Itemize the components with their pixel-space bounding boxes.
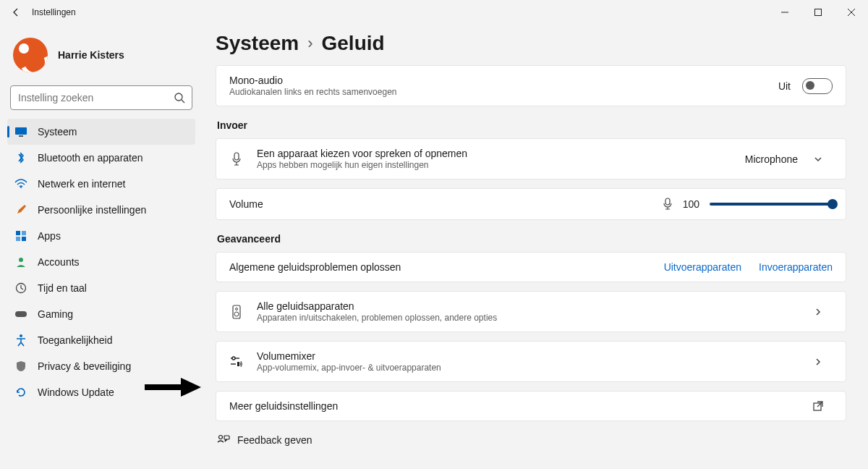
- nav-label: Tijd en taal: [38, 282, 87, 294]
- input-device-card[interactable]: Een apparaat kiezen voor spreken of opne…: [216, 138, 846, 179]
- nav-label: Persoonlijke instellingen: [38, 204, 146, 216]
- shield-icon: [14, 360, 27, 373]
- svg-rect-7: [16, 231, 20, 235]
- card-title: Volumemixer: [257, 350, 804, 362]
- nav-label: Apps: [38, 230, 61, 242]
- svg-point-24: [219, 436, 223, 439]
- svg-point-19: [234, 312, 239, 316]
- svg-point-14: [20, 334, 22, 337]
- external-link-icon: [804, 400, 833, 412]
- output-devices-link[interactable]: Uitvoerapparaten: [664, 261, 741, 273]
- grid-icon: [14, 229, 27, 242]
- gamepad-icon: [14, 308, 27, 321]
- speaker-icon: [229, 305, 244, 319]
- titlebar: Instellingen: [0, 0, 868, 25]
- profile-block[interactable]: Harrie Kisters: [7, 33, 195, 85]
- chevron-right-icon: [804, 357, 833, 367]
- card-subtitle: Apparaten in/uitschakelen, problemen opl…: [257, 313, 804, 323]
- page-title: Geluid: [322, 32, 385, 55]
- svg-rect-13: [15, 311, 27, 317]
- window-title: Instellingen: [32, 7, 76, 17]
- mixer-icon: [229, 355, 244, 368]
- sidebar: Harrie Kisters Systeem Bluetooth en appa…: [0, 25, 203, 469]
- breadcrumb: Systeem › Geluid: [216, 32, 846, 55]
- nav-bluetooth[interactable]: Bluetooth en apparaten: [7, 145, 195, 171]
- nav-label: Gaming: [38, 308, 73, 320]
- person-icon: [14, 334, 27, 347]
- svg-point-21: [232, 357, 235, 360]
- nav-accounts[interactable]: Accounts: [7, 249, 195, 275]
- nav-privacy[interactable]: Privacy & beveiliging: [7, 353, 195, 379]
- svg-rect-16: [665, 198, 670, 205]
- card-title: Algemene geluidsproblemen oplossen: [229, 261, 647, 273]
- nav-time[interactable]: Tijd en taal: [7, 275, 195, 301]
- search-box[interactable]: [10, 85, 192, 110]
- nav-systeem[interactable]: Systeem: [7, 119, 195, 145]
- svg-rect-4: [15, 127, 27, 135]
- nav-label: Bluetooth en apparaten: [38, 152, 143, 164]
- toggle-state: Uit: [778, 80, 791, 92]
- card-title: Mono-audio: [229, 75, 778, 86]
- bluetooth-icon: [14, 151, 27, 164]
- nav-network[interactable]: Netwerk en internet: [7, 171, 195, 197]
- card-title: Alle geluidsapparaten: [257, 300, 804, 312]
- more-settings-card[interactable]: Meer geluidsinstellingen: [216, 391, 846, 421]
- chevron-right-icon: ›: [307, 34, 312, 53]
- main-content: Systeem › Geluid Mono-audio Audiokanalen…: [203, 25, 868, 469]
- svg-rect-10: [22, 237, 26, 241]
- maximize-button[interactable]: [801, 0, 835, 25]
- selected-device: Microphone: [745, 153, 798, 165]
- card-subtitle: App-volumemix, app-invoer- & uitvoerappa…: [257, 363, 804, 373]
- svg-point-18: [236, 308, 238, 310]
- svg-rect-8: [22, 231, 26, 235]
- microphone-icon[interactable]: [663, 198, 673, 211]
- nav-apps[interactable]: Apps: [7, 223, 195, 249]
- section-input: Invoer: [217, 119, 846, 131]
- avatar: [13, 38, 48, 72]
- svg-point-6: [20, 187, 22, 188]
- nav-personalise[interactable]: Persoonlijke instellingen: [7, 197, 195, 223]
- refresh-icon: [14, 386, 27, 399]
- back-button[interactable]: [10, 7, 22, 18]
- section-advanced: Geavanceerd: [217, 233, 846, 245]
- card-subtitle: Apps hebben mogelijk hun eigen instellin…: [257, 160, 745, 170]
- svg-rect-5: [19, 135, 23, 137]
- nav-label: Accounts: [38, 256, 80, 268]
- volume-mixer-card[interactable]: Volumemixer App-volumemix, app-invoer- &…: [216, 341, 846, 382]
- input-volume-card: Volume 100: [216, 188, 846, 220]
- search-icon: [174, 92, 185, 103]
- chevron-right-icon: [804, 307, 833, 317]
- input-devices-link[interactable]: Invoerapparaten: [759, 261, 833, 273]
- mono-audio-card[interactable]: Mono-audio Audiokanalen links en rechts …: [216, 65, 846, 106]
- nav-update[interactable]: Windows Update: [7, 379, 195, 405]
- profile-name: Harrie Kisters: [58, 49, 124, 61]
- feedback-label: Feedback geven: [237, 434, 312, 446]
- close-button[interactable]: [835, 0, 868, 25]
- troubleshoot-card: Algemene geluidsproblemen oplossen Uitvo…: [216, 252, 846, 282]
- card-title: Meer geluidsinstellingen: [229, 400, 804, 412]
- nav-accessibility[interactable]: Toegankelijkheid: [7, 327, 195, 353]
- card-title: Volume: [229, 198, 663, 210]
- minimize-button[interactable]: [768, 0, 801, 25]
- feedback-link[interactable]: Feedback geven: [216, 430, 846, 446]
- microphone-icon: [229, 152, 244, 166]
- svg-point-11: [19, 258, 23, 262]
- card-title: Een apparaat kiezen voor spreken of opne…: [257, 148, 745, 159]
- all-devices-card[interactable]: Alle geluidsapparaten Apparaten in/uitsc…: [216, 291, 846, 332]
- nav-label: Netwerk en internet: [38, 178, 125, 190]
- volume-slider[interactable]: [710, 203, 833, 206]
- wifi-icon: [14, 177, 27, 190]
- breadcrumb-parent[interactable]: Systeem: [216, 32, 299, 55]
- nav-gaming[interactable]: Gaming: [7, 301, 195, 327]
- nav-label: Systeem: [38, 126, 77, 138]
- brush-icon: [14, 203, 27, 216]
- mono-toggle[interactable]: [802, 78, 833, 94]
- svg-rect-15: [234, 153, 239, 160]
- nav-label: Privacy & beveiliging: [38, 360, 131, 372]
- svg-rect-9: [16, 237, 20, 241]
- svg-point-2: [175, 93, 182, 101]
- search-input[interactable]: [10, 85, 192, 110]
- chevron-down-icon[interactable]: [804, 154, 833, 164]
- nav-list: Systeem Bluetooth en apparaten Netwerk e…: [7, 119, 195, 405]
- svg-rect-1: [815, 9, 822, 16]
